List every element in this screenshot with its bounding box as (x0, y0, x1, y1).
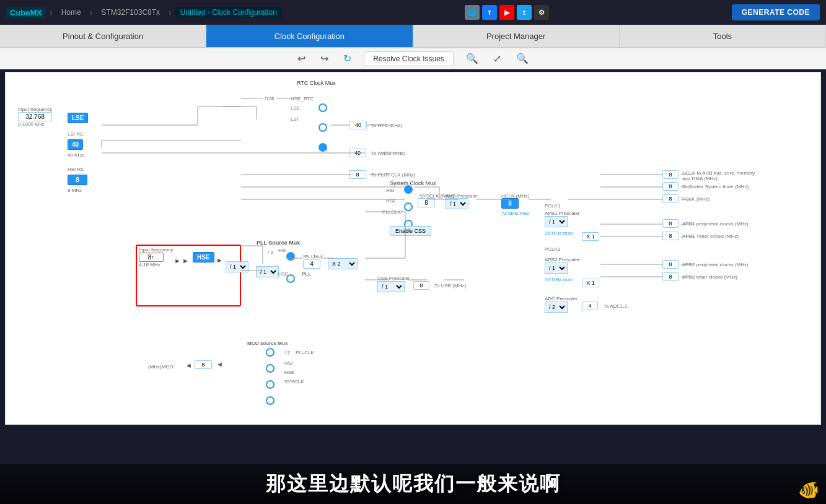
hse-arrow-1: ► (174, 257, 181, 264)
hse-after-div[interactable]: / 1 / 2 (226, 261, 248, 272)
apb2-timer-label: APB2 timer clocks (MHz) (682, 272, 737, 280)
hsi-sys-label: HSI (386, 186, 394, 193)
lsi-rc-box: 40 (68, 139, 83, 150)
hse-sys-label: HSE (386, 196, 396, 204)
breadcrumb-sep-1: › (50, 7, 53, 17)
pll-hse-div1-select[interactable]: / 1 / 2 (256, 266, 279, 277)
to-flitf-value: 8 (349, 170, 366, 179)
lsi-rc-unit: 40 KHz (68, 150, 84, 158)
refresh-button[interactable]: ↻ (341, 50, 354, 67)
sysclk-value-box: 8 (418, 198, 435, 207)
usb-div-select[interactable]: / 1 / 1.5 (377, 281, 405, 292)
pll-hsi-div2-label: / 2 (268, 248, 273, 255)
pll-mux-radio-hsi[interactable] (286, 252, 295, 261)
breadcrumb-project[interactable]: Untitled - Clock Configuration (175, 7, 282, 18)
undo-button[interactable]: ↩ (295, 50, 308, 67)
breadcrumb-home[interactable]: Home (56, 7, 86, 18)
tab-clock[interactable]: Clock Configuration (206, 25, 413, 47)
mco-out-arrow: ◄ (216, 360, 223, 368)
redo-button[interactable]: ↪ (318, 50, 331, 67)
pclk1-label: PCLK1 (545, 201, 560, 209)
sys-mux-radio-hsi[interactable] (404, 185, 413, 194)
generate-code-button[interactable]: GENERATE CODE (732, 4, 820, 20)
cubemx-logo: CubeMX (6, 7, 46, 19)
youtube-icon[interactable]: ▶ (499, 5, 514, 20)
pll-source-mux-label: PLL Source Mux (257, 238, 300, 246)
mco-source-mux-label: MCO source Mux (247, 339, 288, 346)
tab-tools[interactable]: Tools (620, 25, 826, 47)
pll-mux-radio-hse[interactable] (286, 274, 295, 283)
lsi-rc-label: LSI RC (68, 131, 84, 137)
pll-label: PLL (302, 269, 311, 277)
mco-hsi-radio[interactable] (266, 364, 275, 373)
rtc-mux-radio-3[interactable] (319, 143, 327, 152)
fish-decoration: 🐠 (798, 480, 820, 500)
hse-rtc-label: HSE_RTC (291, 94, 314, 102)
hclk-ahb-value: 8 (662, 170, 679, 179)
apb2-div-select[interactable]: / 1 / 2 / 4 (545, 263, 568, 274)
sys-mux-radio-hse[interactable] (404, 202, 413, 211)
to-iwdg-label: To IWDG (KHz) (371, 149, 405, 156)
system-clock-mux-label: System Clock Mux (390, 179, 436, 186)
apb1-div-select[interactable]: / 1 / 2 / 4 (545, 216, 568, 227)
tab-project[interactable]: Project Manager (413, 25, 620, 47)
pll-mul-select[interactable]: X 2 X 3 X 4 (328, 258, 358, 269)
apb1-periph-value: 8 (662, 219, 679, 228)
lsi-conn-label: LSI (291, 115, 298, 122)
lse-box: LSE (68, 113, 88, 123)
github-icon[interactable]: ⚙ (534, 5, 549, 20)
input-freq-label: Input frequency 32.768 0-1000 KHz (18, 106, 52, 127)
breadcrumb-sep-3: › (169, 7, 172, 17)
facebook-icon[interactable]: f (482, 5, 497, 20)
rtc-clock-mux-label: RTC Clock Mux (297, 79, 336, 86)
cortex-timer-label: To Cortex System timer (MHz) (682, 182, 749, 189)
tab-pinout[interactable]: Pinout & Configuration (0, 25, 206, 47)
to-iwdg-value-box: 40 (349, 149, 366, 157)
fclk-value: 8 (662, 194, 679, 203)
hse-arrow-2: ► (182, 257, 189, 264)
apb1-max-label: 36 MHz max (545, 228, 573, 236)
enable-css-button[interactable]: Enable CSS (390, 226, 431, 236)
to-rtc-label: To RTC (KHz) (371, 121, 402, 128)
usb-prescaler-label: USB Prescaler (377, 274, 410, 281)
clock-connectors (6, 72, 820, 424)
mco-hse-radio[interactable] (266, 380, 275, 389)
zoom-fit-button[interactable]: 🔍 (464, 50, 481, 67)
input-freq-value[interactable]: 32.768 (18, 112, 52, 121)
mco-sysclk-radio[interactable] (266, 396, 275, 405)
apb2-prescaler-label: APB2 Prescaler (545, 255, 579, 263)
globe-icon[interactable]: 🌐 (465, 5, 480, 20)
x1-apb1-box: X 1 (582, 232, 599, 241)
fclk-label: FCLK (MHz) (682, 194, 710, 202)
apb1-periph-label: APB1 peripheral clocks (MHz) (682, 219, 749, 227)
apb1-timer-value: 8 (662, 232, 679, 240)
hsi-rc-unit: 8 MHz (68, 186, 82, 193)
apb2-periph-value: 8 (662, 260, 679, 269)
resolve-clock-button[interactable]: Resolve Clock Issues (364, 51, 454, 66)
hse-input-value-box[interactable]: 8↑ (139, 253, 164, 262)
hse-div128-label: /128 (265, 94, 275, 102)
apb2-max-label: 72 MHz max (545, 275, 573, 282)
zoom-expand-button[interactable]: ⤢ (491, 50, 504, 67)
pclk2-label: PCLK2 (545, 245, 560, 252)
apb2-periph-label: APB2 peripheral clocks (MHz) (682, 260, 749, 267)
hse-input-freq-label: Input frequency 8↑ 4-16 MHz (139, 247, 173, 267)
rtc-mux-radio-1[interactable] (319, 103, 327, 112)
mco-hsi-label: HSI (284, 358, 292, 366)
adc-value-box: 4 (582, 302, 598, 310)
mco-sysclk-label: SYSCLK (284, 377, 304, 385)
hse-box: HSE (193, 252, 214, 263)
to-flitf-label: To FLITFCLK (MHz) (371, 170, 416, 178)
zoom-out-button[interactable]: 🔍 (514, 50, 531, 67)
hsi-rc-box: 8 (68, 175, 87, 185)
adc-prescaler-label: ADC Prescaler (545, 294, 578, 302)
rtc-mux-radio-2[interactable] (319, 123, 327, 132)
mco-pllclk-radio[interactable] (266, 348, 275, 357)
apb1-timer-label: APB1 Timer clocks (MHz) (682, 232, 739, 239)
ahb-div-select[interactable]: / 1 / 2 / 4 (446, 198, 468, 209)
breadcrumb-mcu[interactable]: STM32F103C8Tx (96, 7, 165, 18)
twitter-icon[interactable]: t (517, 5, 532, 20)
apb2-timer-value: 8 (662, 272, 679, 281)
subtitle-text: 那这里边默认呢我们一般来说啊 (266, 471, 561, 498)
adc-div-select[interactable]: / 2 / 4 / 6 / 8 (545, 302, 568, 313)
